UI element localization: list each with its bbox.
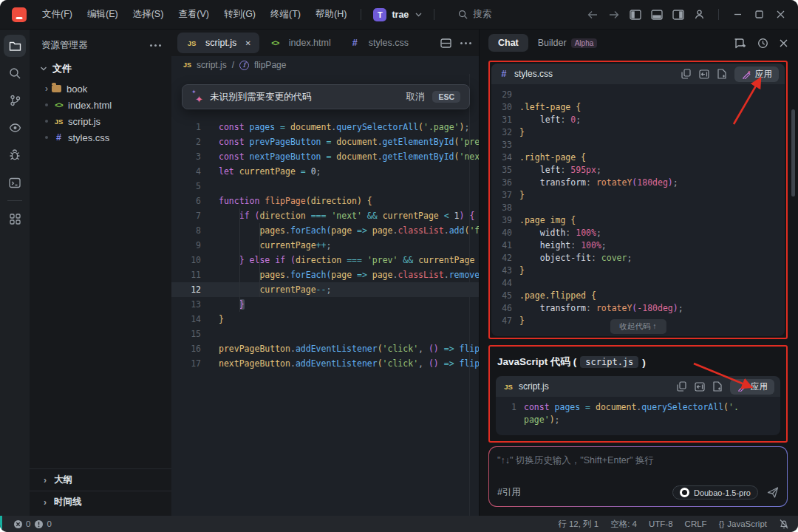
cursor-position[interactable]: 行 12, 列 1: [558, 519, 598, 530]
apps-grid-icon[interactable]: [4, 208, 26, 230]
reference-button[interactable]: #引用: [497, 486, 521, 499]
tree-folder[interactable]: ›book: [30, 81, 171, 97]
tab-styles.css[interactable]: #styles.css: [341, 33, 417, 53]
code-line[interactable]: 8 pages.forEach(page => page.classList.a…: [171, 223, 479, 238]
tab-script.js[interactable]: JSscript.js✕: [177, 33, 259, 53]
files-section-header[interactable]: 文件: [30, 58, 171, 81]
code-line[interactable]: 11 pages.forEach(page => page.classList.…: [171, 267, 479, 282]
terminal-icon[interactable]: [4, 171, 26, 194]
collapse-code-button[interactable]: 收起代码 ↑: [610, 319, 666, 334]
outline-section[interactable]: › 大纲: [30, 468, 171, 491]
code-line[interactable]: 1const pages = document.querySelectorAll…: [171, 120, 479, 134]
menu-item[interactable]: 转到(G): [217, 5, 262, 24]
code-viewport[interactable]: ✦✦ 未识别到需要变更的代码 取消 ESC 1const pages = doc…: [171, 74, 479, 516]
language-mode[interactable]: {} JavaScript: [719, 519, 767, 528]
nav-back-button[interactable]: [582, 5, 602, 24]
preview-icon[interactable]: [4, 117, 26, 139]
esc-key-badge[interactable]: ESC: [432, 91, 460, 103]
code-text: nextPageButton.addEventListener('click',…: [219, 356, 479, 371]
code-line[interactable]: 5: [171, 179, 479, 194]
tab-index.html[interactable]: <>index.html: [261, 33, 339, 53]
menu-item[interactable]: 查看(V): [171, 5, 216, 24]
menu-item[interactable]: 选择(S): [126, 5, 171, 24]
code-line[interactable]: 6function flipPage(direction) {: [171, 194, 479, 208]
nav-forward-button[interactable]: [604, 5, 624, 24]
workspace-switcher[interactable]: T trae: [369, 6, 426, 24]
errors-status[interactable]: 0: [13, 519, 30, 529]
code-line[interactable]: 7 if (direction === 'next' && currentPag…: [171, 208, 479, 223]
js-code-card: JS script.js 应用: [496, 376, 780, 435]
minimize-button[interactable]: [728, 5, 748, 24]
chevron-right-icon: ›: [43, 83, 50, 94]
js-section-title: JavaScript 代码 ( script.js ): [496, 348, 780, 376]
notifications-muted-icon[interactable]: [779, 519, 789, 529]
tab-builder[interactable]: Builder Alpha: [528, 34, 607, 52]
explorer-icon[interactable]: [4, 35, 26, 57]
maximize-button[interactable]: [749, 5, 769, 24]
code-text: object-fit: cover;: [519, 252, 632, 265]
new-chat-icon[interactable]: [734, 38, 746, 49]
apply-button[interactable]: 应用: [734, 66, 779, 82]
create-file-icon[interactable]: [717, 69, 726, 79]
timeline-section[interactable]: › 时间线: [30, 491, 171, 513]
code-editor[interactable]: 1const pages = document.querySelectorAll…: [171, 120, 479, 371]
code-text: const prevPageButton = document.getEleme…: [219, 134, 479, 149]
close-panel-icon[interactable]: [780, 39, 788, 47]
code-line[interactable]: 14}: [171, 312, 479, 327]
explorer-more-icon[interactable]: [150, 44, 161, 47]
send-icon[interactable]: [767, 487, 779, 498]
close-window-button[interactable]: [771, 5, 791, 24]
warnings-status[interactable]: 0: [34, 519, 51, 529]
titlebar-search[interactable]: 搜索: [458, 8, 491, 21]
line-number: 47: [491, 315, 512, 327]
toggle-left-panel-icon[interactable]: [625, 5, 645, 24]
tree-file[interactable]: JSscript.js: [30, 113, 171, 129]
close-tab-icon[interactable]: ✕: [245, 39, 250, 47]
copy-icon[interactable]: [677, 381, 686, 392]
code-line[interactable]: 13 }: [171, 297, 479, 312]
code-line[interactable]: 17nextPageButton.addEventListener('click…: [171, 356, 479, 371]
account-icon[interactable]: [689, 5, 709, 24]
toggle-right-panel-icon[interactable]: [668, 5, 688, 24]
code-line[interactable]: 2const prevPageButton = document.getElem…: [171, 134, 479, 149]
split-editor-icon[interactable]: [440, 38, 451, 48]
code-line[interactable]: 4let currentPage = 0;: [171, 164, 479, 179]
history-icon[interactable]: [757, 38, 768, 49]
chevron-right-icon: ›: [41, 497, 49, 508]
menu-item[interactable]: 编辑(E): [81, 5, 125, 24]
card-filename: script.js: [519, 381, 549, 392]
insert-into-editor-icon[interactable]: [699, 69, 709, 79]
code-line[interactable]: 12 currentPage--;: [171, 282, 479, 297]
create-file-icon[interactable]: [713, 381, 722, 392]
source-control-icon[interactable]: [4, 89, 26, 112]
editor-more-icon[interactable]: [460, 42, 471, 44]
tree-file[interactable]: #styles.css: [30, 129, 171, 146]
toggle-bottom-panel-icon[interactable]: [647, 5, 666, 24]
breadcrumb-symbol[interactable]: flipPage: [254, 60, 286, 70]
apply-button[interactable]: 应用: [730, 379, 774, 395]
breadcrumb-file[interactable]: script.js: [197, 60, 227, 70]
copy-icon[interactable]: [681, 69, 691, 79]
activity-divider: [7, 200, 22, 201]
menu-item[interactable]: 文件(F): [35, 5, 79, 24]
code-line[interactable]: 10 } else if (direction === 'prev' && cu…: [171, 253, 479, 267]
code-line[interactable]: 16prevPageButton.addEventListener('click…: [171, 341, 479, 356]
debug-icon[interactable]: [4, 144, 26, 166]
explorer-bottom: › 大纲 › 时间线: [30, 468, 171, 516]
code-line[interactable]: 15: [171, 327, 479, 341]
chat-input[interactable]: "↑↓" 切换历史输入，"Shift+Enter" 换行 #引用 Doubao-…: [489, 447, 787, 506]
cancel-button[interactable]: 取消: [406, 91, 424, 103]
search-icon[interactable]: [4, 62, 26, 84]
code-line[interactable]: 3const nextPageButton = document.getElem…: [171, 149, 479, 164]
insert-into-editor-icon[interactable]: [695, 382, 705, 392]
eol-sequence[interactable]: CRLF: [685, 519, 707, 528]
code-line[interactable]: 9 currentPage++;: [171, 238, 479, 253]
model-selector[interactable]: Doubao-1.5-pro: [672, 485, 758, 499]
indentation[interactable]: 空格: 4: [610, 519, 637, 530]
menu-item[interactable]: 帮助(H): [309, 5, 353, 24]
tree-file[interactable]: <>index.html: [30, 97, 171, 113]
encoding[interactable]: UTF-8: [649, 519, 673, 528]
chat-scrollbar[interactable]: [791, 109, 795, 197]
tab-chat[interactable]: Chat: [488, 34, 528, 52]
menu-item[interactable]: 终端(T): [264, 5, 307, 24]
